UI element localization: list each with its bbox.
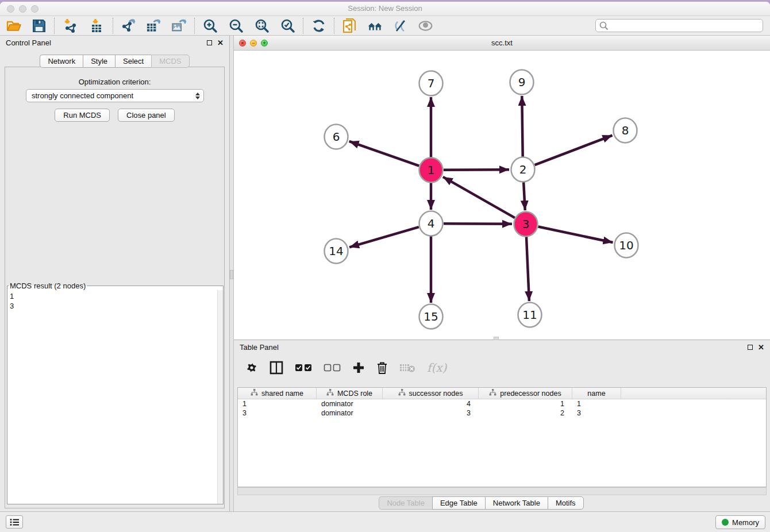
search-field[interactable] [595, 19, 763, 32]
tab-mcds[interactable]: MCDS [151, 55, 189, 68]
graph-edge-4-3[interactable] [444, 223, 512, 224]
float-panel-icon[interactable] [207, 40, 212, 45]
add-column-icon[interactable] [352, 361, 365, 374]
close-panel-icon[interactable]: ✕ [758, 345, 764, 350]
application-window: Session: New Session [0, 2, 770, 532]
result-scrollbar[interactable] [217, 290, 223, 504]
search-icon [599, 21, 609, 31]
tab-network-table[interactable]: Network Table [485, 496, 548, 510]
table-cell[interactable]: 3 [238, 408, 317, 418]
first-neighbors-icon[interactable] [367, 18, 383, 33]
table-cell[interactable]: 1 [572, 399, 621, 408]
graph-edge-2-9[interactable] [522, 96, 522, 157]
network-close-icon[interactable]: × [239, 40, 246, 47]
table-cell[interactable]: 1 [479, 399, 572, 408]
close-panel-icon[interactable]: ✕ [217, 40, 224, 45]
select-all-checkboxes-icon[interactable] [295, 364, 312, 372]
close-panel-button[interactable]: Close panel [118, 109, 175, 122]
table-row[interactable]: 3dominator323 [238, 408, 766, 418]
table-cell[interactable]: 1 [238, 399, 317, 408]
deselect-all-checkboxes-icon[interactable] [324, 364, 341, 372]
table-panel-title: Table Panel [240, 343, 279, 352]
task-history-button[interactable] [6, 515, 23, 529]
table-cell[interactable]: 3 [572, 408, 621, 418]
tab-style[interactable]: Style [83, 55, 115, 68]
network-maximize-icon[interactable]: + [261, 40, 268, 47]
save-session-icon[interactable] [31, 18, 47, 33]
open-session-icon[interactable] [6, 18, 21, 33]
main-toolbar [0, 16, 770, 36]
table-cell[interactable]: 3 [383, 408, 479, 418]
memory-label: Memory [732, 518, 759, 527]
export-table-icon[interactable] [146, 18, 161, 33]
table-cell[interactable]: dominator [317, 408, 383, 418]
delete-table-icon[interactable] [399, 363, 415, 373]
float-panel-icon[interactable] [748, 345, 753, 350]
tab-select[interactable]: Select [115, 55, 151, 68]
network-canvas[interactable]: 7968124314101511 [234, 51, 770, 340]
function-builder-icon[interactable]: f(x) [427, 361, 446, 375]
table-cell[interactable]: 4 [383, 399, 479, 408]
mcds-result-values[interactable]: 1 3 [7, 290, 223, 504]
graph-edge-1-6[interactable] [349, 141, 419, 166]
delete-column-icon[interactable] [376, 361, 388, 375]
graph-node-label: 2 [519, 163, 527, 176]
import-network-icon[interactable] [62, 18, 78, 33]
mcds-result-title: MCDS result (2 nodes) [9, 282, 87, 290]
graph-edge-4-14[interactable] [349, 227, 419, 247]
graph-edge-3-1[interactable] [443, 177, 515, 218]
vizmapper-toggle-icon[interactable] [392, 18, 408, 33]
export-image-icon[interactable] [171, 18, 187, 33]
tab-edge-table[interactable]: Edge Table [432, 496, 485, 510]
graphics-details-toggle-icon[interactable] [418, 18, 433, 33]
import-table-icon[interactable] [90, 18, 105, 33]
graph-edge-3-11[interactable] [526, 237, 529, 301]
network-canvas-svg: 7968124314101511 [234, 51, 769, 339]
zoom-fit-icon[interactable] [254, 18, 270, 33]
panel-splitter[interactable] [230, 36, 234, 511]
column-header-MCDS-role[interactable]: MCDS role [317, 388, 383, 399]
tab-network[interactable]: Network [40, 55, 83, 68]
splitter-handle[interactable] [230, 270, 233, 279]
dropdown-stepper-icon [195, 92, 200, 99]
tab-motifs[interactable]: Motifs [548, 496, 584, 510]
graph-node-label: 6 [333, 130, 340, 144]
sort-hierarchy-icon [398, 389, 406, 398]
zoom-in-icon[interactable] [202, 18, 218, 33]
zoom-out-icon[interactable] [228, 18, 244, 33]
tab-node-table[interactable]: Node Table [379, 496, 432, 510]
export-network-icon[interactable] [121, 18, 136, 33]
run-mcds-button[interactable]: Run MCDS [55, 109, 110, 122]
refresh-layout-icon[interactable] [311, 18, 326, 33]
memory-button[interactable]: Memory [715, 515, 765, 529]
settings-gear-icon[interactable] [245, 361, 258, 374]
table-header-row: shared nameMCDS rolesuccessor nodesprede… [238, 388, 766, 399]
column-header-name[interactable]: name [572, 388, 621, 399]
search-input[interactable] [609, 20, 763, 31]
column-header-predecessor-nodes[interactable]: predecessor nodes [479, 388, 572, 399]
graph-edge-3-10[interactable] [538, 227, 613, 242]
column-header-successor-nodes[interactable]: successor nodes [383, 388, 479, 399]
graph-node-label: 10 [619, 238, 633, 252]
table-cell[interactable]: 2 [479, 408, 572, 418]
criterion-dropdown[interactable]: strongly connected component [26, 89, 204, 102]
clone-network-icon[interactable] [342, 18, 357, 33]
column-header-shared-name[interactable]: shared name [238, 388, 317, 399]
edge-layer [349, 96, 613, 303]
split-panel-icon[interactable] [270, 361, 283, 375]
graph-node-label: 11 [522, 308, 537, 322]
graph-node-label: 4 [428, 217, 435, 230]
graph-node-label: 7 [428, 76, 435, 90]
graph-edge-2-3[interactable] [523, 182, 525, 210]
graph-edge-2-8[interactable] [535, 136, 613, 165]
criterion-dropdown-value: strongly connected component [32, 91, 195, 100]
table-cell[interactable]: dominator [317, 399, 383, 408]
list-icon [10, 518, 20, 526]
status-bar: Memory [0, 511, 770, 532]
table-row[interactable]: 1dominator411 [238, 399, 766, 408]
graph-node-label: 3 [522, 217, 530, 231]
zoom-selected-icon[interactable] [280, 18, 295, 33]
graph-edge-1-2[interactable] [444, 169, 509, 170]
network-minimize-icon[interactable]: − [250, 40, 257, 47]
table-horizontal-scrollbar[interactable] [237, 487, 767, 495]
